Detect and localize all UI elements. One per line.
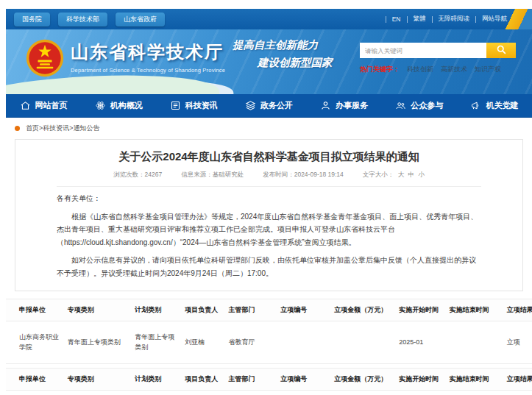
col-header: 项目负责人 bbox=[182, 299, 226, 321]
people-icon bbox=[395, 100, 406, 111]
col-header: 申报单位 bbox=[6, 369, 65, 391]
breadcrumb-text[interactable]: 首页>科技资讯>通知公告 bbox=[26, 124, 100, 133]
nav-item-services[interactable]: 办事服务 bbox=[307, 94, 382, 117]
table-row: 山东商务职业学院 青年面上专项类别 青年面上专项类别 刘亚楠 省教育厅 2025… bbox=[6, 321, 532, 364]
col-header: 立项结果 bbox=[505, 299, 532, 321]
date-meta: 发布时间：2024-09-18 19:14 bbox=[263, 171, 344, 179]
col-header: 专项类别 bbox=[65, 299, 133, 321]
table-header-row: 申报单位 专项类别 计划类别 项目负责人 主管部门 立项编号 立项金额（万元） … bbox=[6, 299, 532, 321]
nav-item-home[interactable]: 网站首页 bbox=[6, 94, 81, 117]
col-header: 专项类别 bbox=[65, 369, 133, 391]
cell-unit: 山东商务职业学院 bbox=[6, 321, 65, 364]
cell-department: 省教育厅 bbox=[227, 321, 279, 364]
nav-item-label: 机关党建 bbox=[486, 100, 518, 111]
nav-item-label: 政务公开 bbox=[260, 100, 293, 111]
col-header: 立项金额（万元） bbox=[332, 299, 397, 321]
cell-plan-category: 青年面上专项类别 bbox=[132, 321, 182, 364]
col-header: 实施开始时间 bbox=[397, 369, 447, 391]
cell-unit: 山东商务职业学院 bbox=[6, 391, 65, 395]
atom-icon bbox=[95, 100, 106, 111]
fontsize-small-button[interactable]: 小 bbox=[418, 171, 425, 178]
search-button[interactable] bbox=[486, 43, 516, 58]
nav-item-label: 网站首页 bbox=[35, 100, 68, 111]
slogan-line-2: 建设创新型国家 bbox=[258, 56, 333, 70]
site-banner: 山东省科学技术厅 Department of Science & Technol… bbox=[6, 29, 532, 94]
article-paragraph: 如对公示信息有异议的，请向项目依托单位科研管理部门反映，由依托单位审核并加盖公章… bbox=[57, 254, 481, 280]
col-header: 实施结束时间 bbox=[447, 369, 505, 391]
col-header: 项目负责人 bbox=[182, 369, 226, 391]
table-header-row: 申报单位 专项类别 计划类别 项目负责人 主管部门 立项编号 立项金额（万元） … bbox=[6, 369, 532, 391]
topbar: 国务院 科学技术部 山东省政府 EN 繁體 无障碍阅读 网站导航 bbox=[6, 9, 532, 29]
search-input[interactable] bbox=[360, 43, 486, 58]
nav-item-organization[interactable]: 机构概况 bbox=[81, 94, 156, 117]
document-icon bbox=[170, 100, 181, 111]
col-header: 申报单位 bbox=[6, 299, 65, 321]
cell-end-date bbox=[447, 391, 505, 395]
col-header: 计划类别 bbox=[132, 299, 182, 321]
fontsize-medium-button[interactable]: 中 bbox=[408, 171, 415, 178]
fontsize-switcher: 文字大小： 大 中 小 bbox=[363, 171, 425, 179]
cell-leader: 刘亚楠 bbox=[182, 321, 226, 364]
topbar-link-shandong-gov[interactable]: 山东省政府 bbox=[116, 13, 165, 26]
page: 国务院 科学技术部 山东省政府 EN 繁體 无障碍阅读 网站导航 bbox=[0, 9, 532, 395]
col-header: 实施结束时间 bbox=[447, 299, 505, 321]
national-emblem-logo bbox=[26, 39, 64, 80]
layers-icon bbox=[245, 100, 256, 111]
breadcrumb: 首页>科技资讯>通知公告 bbox=[6, 117, 532, 138]
nav-item-public-participation[interactable]: 公众参与 bbox=[382, 94, 457, 117]
hot-keywords: 热门关键字： 科技创新 高新技术 知识产权 bbox=[360, 65, 516, 74]
col-header: 立项金额（万元） bbox=[332, 369, 397, 391]
cell-leader: 周怡 bbox=[182, 391, 226, 395]
projects-table-section-1: 申报单位 专项类别 计划类别 项目负责人 主管部门 立项编号 立项金额（万元） … bbox=[6, 299, 532, 364]
fontsize-label: 文字大小： bbox=[363, 171, 394, 178]
article-paragraph: 各有关单位： bbox=[57, 192, 481, 205]
main-container: 国务院 科学技术部 山东省政府 EN 繁體 无障碍阅读 网站导航 bbox=[6, 9, 532, 395]
col-header: 计划类别 bbox=[132, 369, 182, 391]
hot-keyword-ip[interactable]: 知识产权 bbox=[475, 65, 501, 74]
site-brand: 山东省科学技术厅 Department of Science & Technol… bbox=[71, 40, 225, 74]
col-header: 立项编号 bbox=[278, 299, 332, 321]
nav-item-label: 公众参与 bbox=[411, 100, 443, 111]
topbar-link-most[interactable]: 科学技术部 bbox=[58, 13, 107, 26]
hot-keyword-innovation[interactable]: 科技创新 bbox=[407, 65, 433, 74]
article-meta: 浏览次数：24267 信息来源：基础研究处 发布时间：2024-09-18 19… bbox=[57, 171, 481, 187]
nav-item-gov-disclosure[interactable]: 政务公开 bbox=[231, 94, 306, 117]
col-header: 立项结果 bbox=[505, 369, 532, 391]
hot-keyword-hightech[interactable]: 高新技术 bbox=[441, 65, 467, 74]
col-header: 立项编号 bbox=[278, 369, 332, 391]
search-area: 热门关键字： 科技创新 高新技术 知识产权 bbox=[360, 43, 516, 74]
views-meta: 浏览次数：24267 bbox=[113, 171, 162, 179]
cell-start-date: 2025-01 bbox=[397, 321, 447, 364]
topbar-link-traditional[interactable]: 繁體 bbox=[408, 15, 432, 24]
person-icon bbox=[320, 100, 331, 111]
cell-plan-category: 青年面上专项类别 bbox=[132, 391, 182, 395]
breadcrumb-dot-icon bbox=[15, 126, 20, 131]
article-title: 关于公示2024年度山东省自然科学基金项目拟立项结果的通知 bbox=[57, 150, 481, 164]
nav-item-news[interactable]: 科技资讯 bbox=[156, 94, 231, 117]
nav-item-party-building[interactable]: 机关党建 bbox=[457, 94, 532, 117]
topbar-link-state-council[interactable]: 国务院 bbox=[14, 13, 50, 26]
gold-corner-decoration bbox=[492, 9, 532, 29]
table-row: 山东商务职业学院 青年面上专项类别 青年面上专项类别 周怡 省教育厅 2025-… bbox=[6, 391, 532, 395]
cell-start-date: 2025-01 bbox=[397, 391, 447, 395]
cell-amount bbox=[332, 391, 397, 395]
date-value: 2024-09-18 19:14 bbox=[294, 171, 344, 178]
cell-project-no bbox=[278, 391, 332, 395]
article-body: 各有关单位： 根据《山东省自然科学基金项目管理办法》等规定，2024年度山东省自… bbox=[57, 192, 481, 280]
topbar-link-en[interactable]: EN bbox=[386, 15, 407, 23]
cell-project-no bbox=[278, 321, 332, 364]
cell-result: 立项 bbox=[505, 321, 532, 364]
results-tables: 申报单位 专项类别 计划类别 项目负责人 主管部门 立项编号 立项金额（万元） … bbox=[6, 299, 532, 395]
topbar-link-accessibility[interactable]: 无障碍阅读 bbox=[433, 15, 476, 24]
fontsize-large-button[interactable]: 大 bbox=[398, 171, 405, 178]
col-header: 实施开始时间 bbox=[397, 299, 447, 321]
views-count: 24267 bbox=[145, 171, 163, 178]
main-navigation: 网站首页 机构概况 科技资讯 政务公开 办事服务 公众参与 机关党建 bbox=[6, 94, 532, 117]
article-paragraph: 根据《山东省自然科学基金项目管理办法》等规定，2024年度山东省自然科学基金青年… bbox=[57, 210, 481, 249]
home-icon bbox=[20, 100, 31, 111]
col-header: 主管部门 bbox=[227, 299, 279, 321]
article-box: 关于公示2024年度山东省自然科学基金项目拟立项结果的通知 浏览次数：24267… bbox=[15, 139, 523, 291]
cell-department: 省教育厅 bbox=[227, 391, 279, 395]
source-meta: 信息来源：基础研究处 bbox=[181, 171, 244, 179]
cell-special-category: 青年面上专项类别 bbox=[65, 391, 133, 395]
